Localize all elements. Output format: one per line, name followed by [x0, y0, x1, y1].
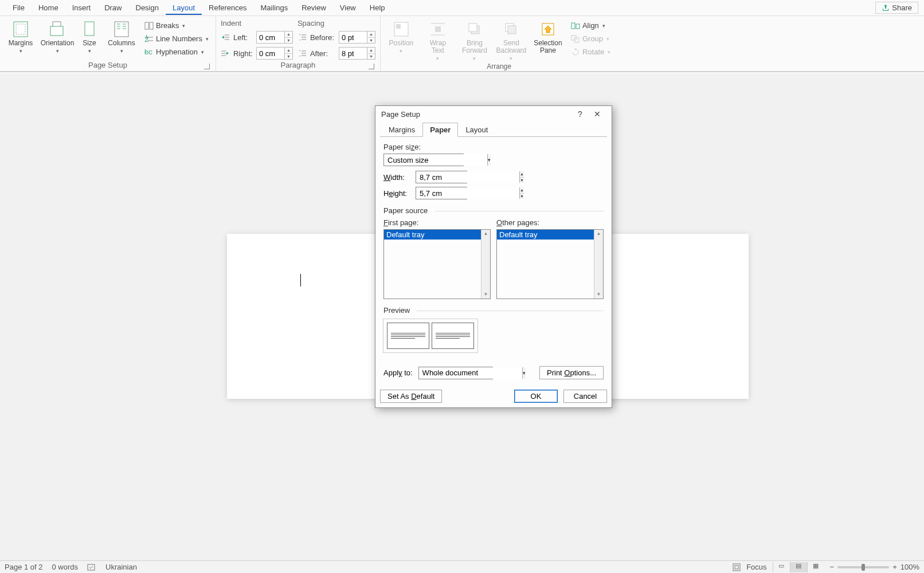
- align-label: Align: [582, 21, 599, 30]
- view-web-layout[interactable]: ▦: [807, 562, 824, 572]
- margins-icon: [11, 20, 30, 38]
- zoom-slider[interactable]: [837, 566, 889, 568]
- tab-home[interactable]: Home: [32, 1, 65, 15]
- tab-layout[interactable]: Layout: [166, 1, 202, 15]
- close-button[interactable]: ✕: [589, 109, 606, 119]
- ribbon-tabs: File Home Insert Draw Design Layout Refe…: [0, 0, 924, 16]
- svg-rect-48: [735, 566, 738, 569]
- spin-up[interactable]: ▲: [520, 187, 524, 194]
- wrap-text-button[interactable]: Wrap Text ▾: [422, 18, 454, 61]
- dialog-tab-layout[interactable]: Layout: [458, 123, 495, 137]
- dialog-tab-paper[interactable]: Paper: [422, 123, 458, 137]
- orientation-button[interactable]: Orientation ▾: [41, 18, 73, 54]
- spacing-after-input[interactable]: ▲▼: [339, 47, 375, 60]
- spacing-after-icon: [297, 49, 307, 57]
- spin-down[interactable]: ▼: [520, 178, 524, 183]
- status-language[interactable]: Ukrainian: [105, 563, 137, 571]
- focus-label[interactable]: Focus: [746, 563, 766, 571]
- view-print-layout[interactable]: ▤: [790, 562, 807, 572]
- position-label: Position: [389, 40, 414, 47]
- tab-view[interactable]: View: [333, 1, 363, 15]
- apply-to-combo[interactable]: ▾: [418, 367, 493, 379]
- first-page-listbox[interactable]: Default tray ▲▼: [383, 229, 491, 299]
- tab-insert[interactable]: Insert: [65, 1, 98, 15]
- spin-down[interactable]: ▼: [520, 194, 524, 199]
- spacing-before-input[interactable]: ▲▼: [339, 31, 375, 44]
- print-options-button[interactable]: Print Options...: [539, 366, 604, 379]
- width-label: Width:: [383, 173, 410, 182]
- ok-button[interactable]: OK: [514, 390, 558, 403]
- rotate-button[interactable]: Rotate▾: [569, 46, 613, 57]
- caret-icon: ▾: [88, 48, 91, 54]
- chevron-down-icon[interactable]: ▾: [522, 367, 526, 379]
- other-pages-listbox[interactable]: Default tray ▲▼: [496, 229, 604, 299]
- tab-mailings[interactable]: Mailings: [254, 1, 295, 15]
- spin-up[interactable]: ▲: [520, 171, 524, 178]
- caret-icon: ▾: [19, 48, 22, 54]
- send-backward-button[interactable]: Send Backward ▾: [495, 18, 527, 61]
- tab-help[interactable]: Help: [363, 1, 392, 15]
- zoom-out-button[interactable]: −: [830, 563, 835, 571]
- paper-size-combo[interactable]: ▾: [383, 154, 464, 166]
- list-item[interactable]: Default tray: [384, 230, 481, 240]
- send-backward-label: Send Backward: [496, 40, 527, 54]
- tab-draw[interactable]: Draw: [97, 1, 128, 15]
- size-button[interactable]: Size ▾: [78, 18, 101, 54]
- paragraph-launcher[interactable]: [369, 64, 374, 69]
- scrollbar[interactable]: ▲▼: [594, 230, 603, 299]
- line-numbers-icon: 12: [144, 35, 154, 43]
- svg-rect-34: [435, 26, 441, 32]
- hyphenation-button[interactable]: bc Hyphenation▾: [142, 46, 211, 57]
- align-button[interactable]: Align▾: [569, 20, 613, 31]
- breaks-button[interactable]: Breaks▾: [142, 20, 211, 31]
- view-read-mode[interactable]: ▭: [773, 562, 790, 572]
- group-button[interactable]: Group▾: [569, 33, 613, 44]
- dialog-titlebar[interactable]: Page Setup ? ✕: [375, 106, 612, 122]
- rotate-label: Rotate: [582, 48, 604, 56]
- dialog-tab-margins[interactable]: Margins: [381, 123, 422, 137]
- scrollbar[interactable]: ▲▼: [481, 230, 490, 299]
- spacing-after-label: After:: [310, 49, 335, 58]
- tab-design[interactable]: Design: [129, 1, 166, 15]
- other-pages-label: Other pages:: [496, 218, 604, 227]
- spellcheck-icon[interactable]: [87, 563, 96, 571]
- indent-left-input[interactable]: ▲▼: [256, 31, 293, 44]
- status-bar: Page 1 of 2 0 words Ukrainian Focus ▭ ▤ …: [0, 560, 924, 573]
- tab-file[interactable]: File: [6, 1, 32, 15]
- caret-icon: ▾: [56, 48, 59, 54]
- size-icon: [80, 20, 99, 38]
- set-as-default-button[interactable]: Set As Default: [380, 390, 442, 403]
- width-input[interactable]: ▲▼: [416, 171, 467, 183]
- tab-references[interactable]: References: [202, 1, 253, 15]
- help-button[interactable]: ?: [571, 109, 589, 119]
- bring-forward-button[interactable]: Bring Forward ▾: [459, 18, 491, 61]
- share-label: Share: [892, 3, 912, 12]
- status-page[interactable]: Page 1 of 2: [5, 563, 43, 571]
- orientation-icon: [48, 20, 66, 38]
- svg-rect-40: [508, 26, 516, 34]
- svg-rect-46: [88, 564, 95, 570]
- cancel-button[interactable]: Cancel: [563, 390, 607, 403]
- tab-review[interactable]: Review: [295, 1, 333, 15]
- selection-pane-button[interactable]: Selection Pane: [532, 18, 564, 54]
- indent-left-label: Left:: [233, 33, 253, 42]
- share-button[interactable]: Share: [875, 2, 918, 14]
- height-input[interactable]: ▲▼: [416, 187, 467, 199]
- columns-button[interactable]: Columns ▾: [105, 18, 138, 54]
- focus-icon[interactable]: [733, 563, 741, 571]
- list-item[interactable]: Default tray: [497, 230, 594, 240]
- line-numbers-button[interactable]: 12 Line Numbers▾: [142, 33, 211, 44]
- selection-pane-label: Selection Pane: [534, 40, 562, 54]
- margins-button[interactable]: Margins ▾: [5, 18, 37, 54]
- position-button[interactable]: Position ▾: [385, 18, 417, 54]
- group-label: Group: [582, 34, 603, 43]
- zoom-in-button[interactable]: +: [892, 563, 897, 571]
- page-setup-launcher[interactable]: [204, 64, 210, 69]
- zoom-control[interactable]: − + 100%: [830, 563, 919, 571]
- indent-right-input[interactable]: ▲▼: [256, 47, 293, 60]
- status-words[interactable]: 0 words: [52, 563, 79, 571]
- caret-icon: ▾: [120, 48, 123, 54]
- zoom-value[interactable]: 100%: [900, 563, 919, 571]
- chevron-down-icon[interactable]: ▾: [487, 154, 491, 166]
- dialog-title: Page Setup: [381, 110, 571, 119]
